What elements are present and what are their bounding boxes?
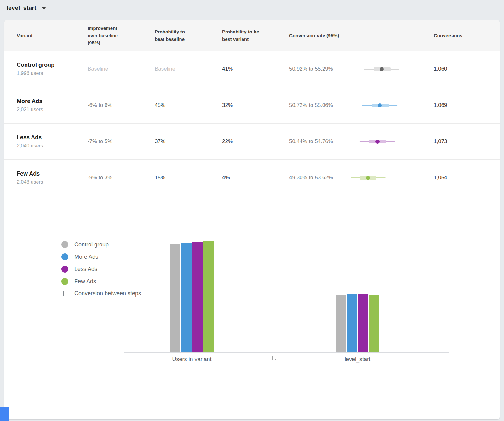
variant-user-count: 2,048 users bbox=[17, 179, 88, 185]
conversions-count: 1,054 bbox=[434, 175, 500, 181]
bar bbox=[181, 243, 192, 352]
conversion-rate-interval-chart bbox=[348, 138, 434, 145]
table-row: Control group1,996 usersBaselineBaseline… bbox=[4, 51, 500, 87]
conversion-between-steps-icon bbox=[272, 355, 276, 360]
variant-name: Few Ads bbox=[17, 170, 88, 177]
variant-user-count: 1,996 users bbox=[17, 71, 88, 76]
probability-best-variant-value: 41% bbox=[222, 66, 289, 72]
column-header-improvement: Improvement over baseline (95%) bbox=[88, 25, 125, 47]
legend-label: Few Ads bbox=[74, 278, 96, 285]
table-row: More Ads2,021 users-6% to 6%45%32%50.72%… bbox=[4, 87, 500, 124]
conversion-rate-interval-chart bbox=[348, 66, 434, 72]
bar-group bbox=[170, 241, 214, 352]
experiment-results-card: Variant Improvement over baseline (95%) … bbox=[4, 20, 500, 419]
variant-cell: Less Ads2,040 users bbox=[17, 134, 88, 149]
bar bbox=[347, 294, 357, 352]
variant-cell: Control group1,996 users bbox=[17, 62, 88, 76]
bar-chart-plot: Users in variantlevel_start bbox=[124, 196, 449, 353]
interval-median-dot bbox=[378, 103, 382, 107]
conversion-rate-interval-chart bbox=[348, 102, 434, 109]
column-header-conversion-rate: Conversion rate (95%) bbox=[289, 32, 434, 39]
column-header-prob-best-variant: Probability to be best variant bbox=[222, 28, 260, 43]
legend-color-swatch bbox=[61, 241, 68, 248]
variant-cell: Few Ads2,048 users bbox=[17, 170, 88, 185]
probability-best-variant-value: 22% bbox=[222, 138, 289, 145]
variant-name: Less Ads bbox=[17, 134, 88, 141]
improvement-over-baseline-value: Baseline bbox=[88, 66, 155, 72]
column-header-prob-beat-baseline: Probability to beat baseline bbox=[155, 28, 192, 43]
table-row: Less Ads2,040 users-7% to 5%37%22%50.44%… bbox=[4, 124, 500, 160]
legend-label: More Ads bbox=[74, 254, 98, 260]
conversions-count: 1,073 bbox=[434, 138, 500, 145]
funnel-chart-section: Control groupMore AdsLess AdsFew AdsConv… bbox=[4, 196, 500, 419]
conversion-rate-range: 49.30% to 53.62% bbox=[289, 175, 348, 181]
conversions-count: 1,069 bbox=[434, 102, 500, 108]
variant-cell: More Ads2,021 users bbox=[17, 98, 88, 112]
probability-beat-baseline-value: Baseline bbox=[155, 66, 222, 72]
legend-label: Less Ads bbox=[74, 266, 97, 273]
category-axis-label: Users in variant bbox=[170, 356, 214, 363]
topbar: level_start bbox=[0, 0, 504, 16]
conversion-rate-range: 50.92% to 55.29% bbox=[289, 66, 348, 72]
bar bbox=[203, 241, 214, 352]
event-selector[interactable]: level_start bbox=[7, 4, 46, 11]
improvement-over-baseline-value: -7% to 5% bbox=[88, 138, 155, 145]
probability-beat-baseline-value: 37% bbox=[155, 138, 222, 145]
interval-median-dot bbox=[375, 140, 380, 144]
column-header-variant: Variant bbox=[17, 32, 88, 39]
bar bbox=[336, 295, 346, 352]
improvement-over-baseline-value: -9% to 3% bbox=[88, 175, 155, 181]
category-axis-label: level_start bbox=[336, 356, 379, 363]
column-header-conversions: Conversions bbox=[434, 32, 500, 39]
legend-label: Control group bbox=[74, 241, 109, 248]
legend-color-swatch bbox=[61, 253, 68, 260]
variant-name: More Ads bbox=[17, 98, 88, 105]
conversions-count: 1,060 bbox=[434, 66, 500, 72]
bar bbox=[192, 242, 203, 352]
conversion-between-steps-icon bbox=[61, 291, 68, 296]
legend-color-swatch bbox=[61, 278, 68, 285]
interval-median-dot bbox=[366, 176, 370, 180]
probability-best-variant-value: 32% bbox=[222, 102, 289, 108]
interval-median-dot bbox=[380, 67, 384, 71]
table-row: Few Ads2,048 users-9% to 3%15%4%49.30% t… bbox=[4, 160, 500, 196]
probability-beat-baseline-value: 15% bbox=[155, 175, 222, 181]
table-body: Control group1,996 usersBaselineBaseline… bbox=[4, 51, 500, 196]
chevron-down-icon bbox=[41, 7, 46, 9]
bar-group bbox=[336, 294, 379, 352]
conversion-rate-range: 50.72% to 55.06% bbox=[289, 102, 348, 108]
event-selector-label: level_start bbox=[7, 4, 36, 11]
bar bbox=[358, 294, 368, 352]
probability-beat-baseline-value: 45% bbox=[155, 102, 222, 108]
variant-user-count: 2,021 users bbox=[17, 107, 88, 112]
legend-color-swatch bbox=[61, 266, 68, 273]
conversion-rate-range: 50.44% to 54.76% bbox=[289, 138, 348, 145]
improvement-over-baseline-value: -6% to 6% bbox=[88, 102, 155, 108]
bar bbox=[170, 244, 180, 352]
variant-user-count: 2,040 users bbox=[17, 143, 88, 149]
table-header-row: Variant Improvement over baseline (95%) … bbox=[4, 20, 500, 51]
probability-best-variant-value: 4% bbox=[222, 175, 289, 181]
variant-name: Control group bbox=[17, 62, 88, 68]
conversion-rate-interval-chart bbox=[348, 174, 434, 181]
bar bbox=[369, 295, 379, 352]
bottom-left-partial-button[interactable] bbox=[0, 407, 9, 421]
